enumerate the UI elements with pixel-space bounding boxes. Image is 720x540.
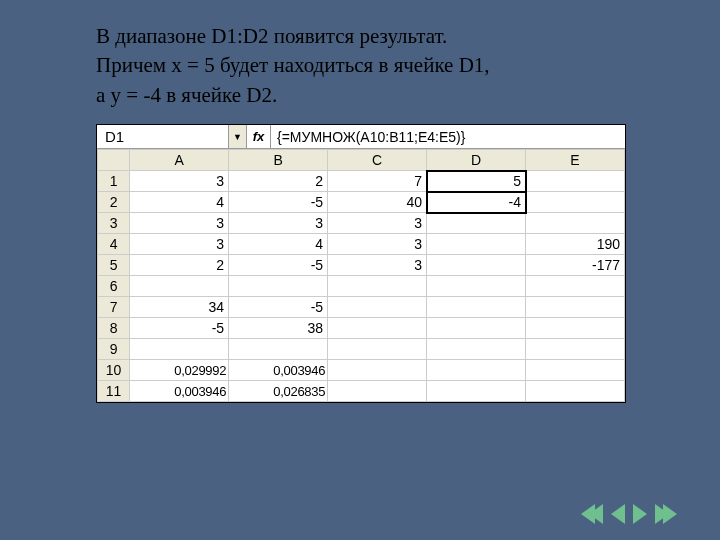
row-3: 3 3 3 3 xyxy=(98,213,625,234)
cell-B10[interactable]: 0,003946 xyxy=(229,360,328,381)
col-header-D[interactable]: D xyxy=(427,150,526,171)
row-header-3[interactable]: 3 xyxy=(98,213,130,234)
cell-C3[interactable]: 3 xyxy=(328,213,427,234)
cell-C8[interactable] xyxy=(328,318,427,339)
intro-text: В диапазоне D1:D2 появится результат. Пр… xyxy=(0,0,720,116)
row-header-5[interactable]: 5 xyxy=(98,255,130,276)
cell-E10[interactable] xyxy=(526,360,625,381)
cell-E4[interactable]: 190 xyxy=(526,234,625,255)
cell-B6[interactable] xyxy=(229,276,328,297)
row-10: 10 0,029992 0,003946 xyxy=(98,360,625,381)
cell-D3[interactable] xyxy=(427,213,526,234)
row-7: 7 34 -5 xyxy=(98,297,625,318)
cell-C7[interactable] xyxy=(328,297,427,318)
row-8: 8 -5 38 xyxy=(98,318,625,339)
intro-line-2: Причем x = 5 будет находиться в ячейке D… xyxy=(96,51,700,80)
cell-A11[interactable]: 0,003946 xyxy=(130,381,229,402)
cell-E8[interactable] xyxy=(526,318,625,339)
cell-E7[interactable] xyxy=(526,297,625,318)
col-header-B[interactable]: B xyxy=(229,150,328,171)
row-header-9[interactable]: 9 xyxy=(98,339,130,360)
nav-last-button[interactable] xyxy=(652,504,680,524)
row-header-10[interactable]: 10 xyxy=(98,360,130,381)
cell-E9[interactable] xyxy=(526,339,625,360)
cell-D9[interactable] xyxy=(427,339,526,360)
cell-A6[interactable] xyxy=(130,276,229,297)
cell-C5[interactable]: 3 xyxy=(328,255,427,276)
row-header-7[interactable]: 7 xyxy=(98,297,130,318)
column-header-row: A B C D E xyxy=(98,150,625,171)
col-header-E[interactable]: E xyxy=(526,150,625,171)
cell-C10[interactable] xyxy=(328,360,427,381)
name-box[interactable]: D1 xyxy=(97,125,229,148)
row-2: 2 4 -5 40 -4 xyxy=(98,192,625,213)
row-4: 4 3 4 3 190 xyxy=(98,234,625,255)
cell-A10[interactable]: 0,029992 xyxy=(130,360,229,381)
row-header-1[interactable]: 1 xyxy=(98,171,130,192)
cell-D4[interactable] xyxy=(427,234,526,255)
cell-A5[interactable]: 2 xyxy=(130,255,229,276)
name-box-dropdown[interactable]: ▼ xyxy=(229,125,247,148)
cell-B2[interactable]: -5 xyxy=(229,192,328,213)
nav-prev-button[interactable] xyxy=(608,504,628,524)
row-header-11[interactable]: 11 xyxy=(98,381,130,402)
row-9: 9 xyxy=(98,339,625,360)
formula-bar: D1 ▼ fx {=МУМНОЖ(A10:B11;E4:E5)} xyxy=(97,125,625,149)
cell-E11[interactable] xyxy=(526,381,625,402)
cell-D5[interactable] xyxy=(427,255,526,276)
cell-D11[interactable] xyxy=(427,381,526,402)
cell-B7[interactable]: -5 xyxy=(229,297,328,318)
cell-A1[interactable]: 3 xyxy=(130,171,229,192)
cell-C1[interactable]: 7 xyxy=(328,171,427,192)
cell-B9[interactable] xyxy=(229,339,328,360)
row-5: 5 2 -5 3 -177 xyxy=(98,255,625,276)
fx-label[interactable]: fx xyxy=(247,125,271,148)
row-1: 1 3 2 7 5 xyxy=(98,171,625,192)
col-header-C[interactable]: C xyxy=(328,150,427,171)
row-11: 11 0,003946 0,026835 xyxy=(98,381,625,402)
row-header-4[interactable]: 4 xyxy=(98,234,130,255)
cell-C9[interactable] xyxy=(328,339,427,360)
nav-first-button[interactable] xyxy=(578,504,606,524)
cell-D2[interactable]: -4 xyxy=(427,192,526,213)
cell-B11[interactable]: 0,026835 xyxy=(229,381,328,402)
cell-E3[interactable] xyxy=(526,213,625,234)
cell-C6[interactable] xyxy=(328,276,427,297)
cell-B5[interactable]: -5 xyxy=(229,255,328,276)
row-header-8[interactable]: 8 xyxy=(98,318,130,339)
cell-D10[interactable] xyxy=(427,360,526,381)
cell-D8[interactable] xyxy=(427,318,526,339)
formula-input[interactable]: {=МУМНОЖ(A10:B11;E4:E5)} xyxy=(271,125,625,148)
intro-line-3: а y = -4 в ячейке D2. xyxy=(96,81,700,110)
triangle-last-icon xyxy=(663,504,677,524)
cell-B4[interactable]: 4 xyxy=(229,234,328,255)
cell-D7[interactable] xyxy=(427,297,526,318)
cell-A9[interactable] xyxy=(130,339,229,360)
nav-next-button[interactable] xyxy=(630,504,650,524)
col-header-A[interactable]: A xyxy=(130,150,229,171)
triangle-right-icon xyxy=(633,504,647,524)
cell-B8[interactable]: 38 xyxy=(229,318,328,339)
cell-D1[interactable]: 5 xyxy=(427,171,526,192)
row-header-2[interactable]: 2 xyxy=(98,192,130,213)
select-all-corner[interactable] xyxy=(98,150,130,171)
cell-E5[interactable]: -177 xyxy=(526,255,625,276)
cell-E6[interactable] xyxy=(526,276,625,297)
cell-A8[interactable]: -5 xyxy=(130,318,229,339)
cell-B3[interactable]: 3 xyxy=(229,213,328,234)
cell-A7[interactable]: 34 xyxy=(130,297,229,318)
cell-A3[interactable]: 3 xyxy=(130,213,229,234)
cell-A2[interactable]: 4 xyxy=(130,192,229,213)
cell-B1[interactable]: 2 xyxy=(229,171,328,192)
row-header-6[interactable]: 6 xyxy=(98,276,130,297)
slide-nav xyxy=(578,504,680,524)
cell-C4[interactable]: 3 xyxy=(328,234,427,255)
cell-E2[interactable] xyxy=(526,192,625,213)
cell-C2[interactable]: 40 xyxy=(328,192,427,213)
cell-E1[interactable] xyxy=(526,171,625,192)
grid[interactable]: A B C D E 1 3 2 7 5 2 4 -5 40 -4 3 3 3 3 xyxy=(97,149,625,402)
cell-A4[interactable]: 3 xyxy=(130,234,229,255)
cell-D6[interactable] xyxy=(427,276,526,297)
cell-C11[interactable] xyxy=(328,381,427,402)
row-6: 6 xyxy=(98,276,625,297)
